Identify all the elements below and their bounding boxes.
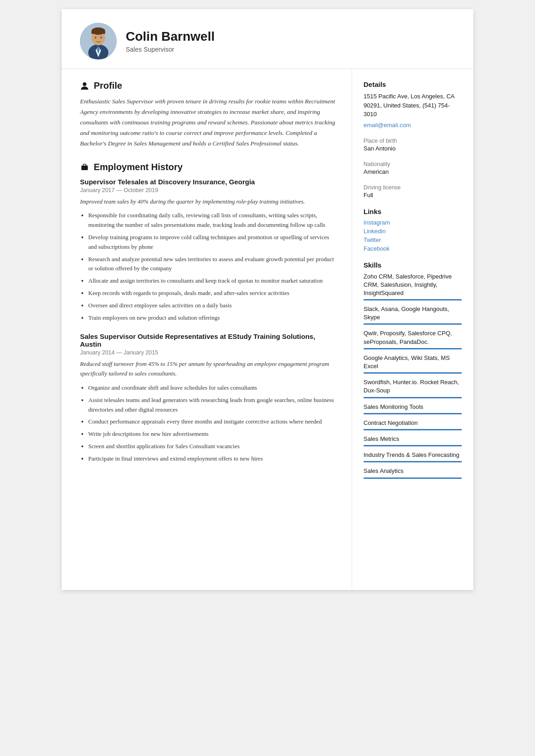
twitter-link[interactable]: Twitter [364,236,462,243]
svg-rect-10 [81,166,88,170]
svg-point-7 [95,37,96,39]
header-info: Colin Barnwell Sales Supervisor [126,29,214,53]
details-title: Details [364,80,462,88]
links-title: Links [364,208,462,215]
svg-point-8 [100,37,102,39]
avatar [80,23,117,59]
skill-item-0: Zoho CRM, Salesforce, Pipedrive CRM, Sal… [364,273,462,301]
nationality-section: Nationality American [364,161,462,175]
profile-section: Profile Enthusiastic Sales Supervisor wi… [80,80,336,149]
nationality-value: American [364,168,462,175]
place-of-birth-label: Place of birth [364,138,462,144]
skill-item-6: Contract Negotiation [364,419,462,430]
facebook-link[interactable]: Facebook [364,245,462,252]
details-section: Details 1515 Pacific Ave, Los Angeles, C… [364,80,462,129]
employment-section: Employment History Supervisor Telesales … [80,162,336,464]
candidate-title: Sales Supervisor [126,46,214,53]
driving-license-label: Driving license [364,184,462,191]
links-section: Links Instagram Linkedin Twitter Faceboo… [364,208,462,252]
place-of-birth-value: San Antonio [364,145,462,152]
email-link[interactable]: email@email.com [364,122,462,129]
job-summary-1: Improved team sales by 40% during the qu… [80,197,336,207]
place-of-birth-section: Place of birth San Antonio [364,138,462,152]
skill-item-8: Industry Trends & Sales Forecasting [364,451,462,462]
address: 1515 Pacific Ave, Los Angeles, CA 90291,… [364,92,462,119]
svg-point-9 [83,82,86,86]
skill-item-2: Qwilr, Proposify, Salesforce CPQ, seProp… [364,329,462,349]
bullet-item: Develop training programs to improve col… [88,233,336,252]
employment-icon [80,162,89,172]
job-title-1: Supervisor Telesales at Discovery Insura… [80,178,336,186]
linkedin-link[interactable]: Linkedin [364,228,462,235]
job-entry-2: Sales Supervisor Outside Representatives… [80,332,336,463]
job-date-2: January 2014 — January 2015 [80,349,336,356]
svg-rect-6 [91,31,105,34]
bullet-item: Research and analyze potential new sales… [88,255,336,274]
job-bullets-1: Responsible for coordinating daily calls… [80,211,336,322]
bullet-item: Assist telesales teams and lead generato… [88,396,336,415]
job-entry-1: Supervisor Telesales at Discovery Insura… [80,178,336,323]
bullet-item: Screen and shortlist applications for Sa… [88,442,336,451]
candidate-name: Colin Barnwell [126,29,214,44]
skill-item-3: Google Analytics, Wiki Stats, MS Excel [364,354,462,374]
bullet-item: Organize and coordinate shift and leave … [88,383,336,393]
sidebar: Details 1515 Pacific Ave, Los Angeles, C… [352,69,473,590]
driving-license-value: Full [364,192,462,198]
nationality-label: Nationality [364,161,462,167]
skill-item-9: Sales Analytics [364,467,462,478]
skill-item-4: Swordfish, Hunter.io. Rocket Reach, Dux-… [364,378,462,398]
skills-section: Skills Zoho CRM, Salesforce, Pipedrive C… [364,261,462,479]
job-title-2: Sales Supervisor Outside Representatives… [80,332,336,348]
header: Colin Barnwell Sales Supervisor [62,9,473,69]
instagram-link[interactable]: Instagram [364,219,462,226]
skills-title: Skills [364,261,462,269]
bullet-item: Participate in final interviews and exte… [88,454,336,464]
profile-section-title: Profile [80,80,336,91]
bullet-item: Train employees on new product and solut… [88,313,336,323]
profile-icon [80,81,89,91]
job-summary-2: Reduced staff turnover from 45% to 15% p… [80,359,336,379]
bullet-item: Keep records with regards to proposals, … [88,289,336,298]
employment-section-title: Employment History [80,162,336,172]
bullet-item: Oversee and direct employee sales activi… [88,301,336,311]
job-bullets-2: Organize and coordinate shift and leave … [80,383,336,464]
skill-item-1: Slack, Asana, Google Hangouts, Skype [364,305,462,325]
job-date-1: January 2017 — October 2019 [80,187,336,193]
bullet-item: Write job descriptions for new hire adve… [88,429,336,439]
bullet-item: Conduct performance appraisals every thr… [88,417,336,427]
bullet-item: Responsible for coordinating daily calls… [88,211,336,230]
driving-license-section: Driving license Full [364,184,462,198]
resume-body: Profile Enthusiastic Sales Supervisor wi… [62,69,473,590]
skill-item-5: Sales Monitoring Tools [364,403,462,414]
profile-text: Enthusiastic Sales Supervisor with prove… [80,97,336,149]
resume-container: Colin Barnwell Sales Supervisor Profile [62,9,473,590]
skill-item-7: Sales Metrics [364,435,462,446]
main-content: Profile Enthusiastic Sales Supervisor wi… [62,69,352,590]
bullet-item: Allocate and assign territories to consu… [88,276,336,286]
